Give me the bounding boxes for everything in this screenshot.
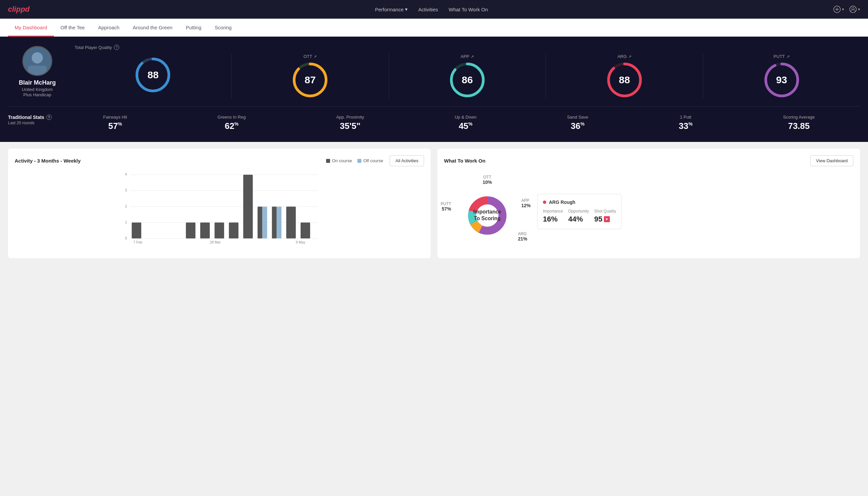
circle-ott: 87 (292, 62, 328, 98)
stat-fairways-hit: Fairways Hit 57% (103, 114, 127, 131)
chart-legend-and-btn: On course Off course All Activities (326, 155, 424, 166)
score-ott-label: OTT ↗ (303, 54, 317, 59)
metric-importance: Importance 16% (543, 209, 563, 223)
info-dot (543, 201, 546, 204)
stat-updown-label: Up & Down (455, 114, 477, 120)
nav-links: Performance ▾ Activities What To Work On (375, 6, 488, 12)
player-country: United Kingdom (22, 87, 53, 92)
stat-scoring-average: Scoring Average 73.85 (783, 114, 815, 131)
nav-what-to-work-on[interactable]: What To Work On (449, 7, 488, 12)
score-app-value: 86 (462, 74, 473, 86)
add-button[interactable]: ▾ (833, 6, 844, 13)
user-chevron-icon: ▾ (858, 7, 860, 12)
donut-section: OTT 10% APP 12% ARG 21% PUTT 57% (444, 172, 853, 251)
score-putt-value: 93 (776, 74, 787, 86)
down-arrow-icon: ▼ (604, 216, 610, 222)
stat-sand-save: Sand Save 36% (567, 114, 588, 131)
top-navigation: clippd Performance ▾ Activities What To … (0, 0, 868, 19)
wtwo-card-title: What To Work On (444, 158, 485, 164)
svg-rect-31 (215, 222, 224, 238)
svg-rect-35 (263, 206, 267, 238)
tab-off-the-tee[interactable]: Off the Tee (54, 19, 92, 37)
stat-oneputt-value: 33% (679, 121, 693, 131)
player-handicap: Plus Handicap (23, 92, 51, 97)
stat-sandsave-label: Sand Save (567, 114, 588, 120)
score-circles: 88 OTT ↗ 87 (75, 54, 860, 98)
stat-updown-value: 45% (455, 121, 477, 131)
svg-rect-32 (229, 222, 238, 238)
metric-opportunity: Opportunity 44% (568, 209, 589, 223)
tab-my-dashboard[interactable]: My Dashboard (8, 19, 54, 37)
stat-proximity-label: App. Proximity (336, 114, 364, 120)
trad-stats-items: Fairways Hit 57% Greens In Reg 62% App. … (58, 114, 860, 131)
svg-rect-37 (277, 206, 282, 238)
svg-text:Importance: Importance (473, 209, 501, 215)
metric-importance-value: 16% (543, 215, 563, 223)
stat-fairways-hit-label: Fairways Hit (103, 114, 127, 120)
activity-chart-card: Activity - 3 Months - Weekly On course O… (8, 149, 431, 258)
stat-scoringavg-value: 73.85 (783, 121, 815, 131)
info-card: ARG Rough Importance 16% Opportunity 44%… (537, 194, 621, 229)
activity-card-header: Activity - 3 Months - Weekly On course O… (15, 155, 424, 166)
svg-rect-29 (186, 222, 195, 238)
avatar (22, 46, 52, 76)
circle-putt: 93 (763, 62, 800, 98)
stat-proximity-value: 35'5" (336, 121, 364, 131)
tab-bar: My Dashboard Off the Tee Approach Around… (0, 19, 868, 37)
app-logo: clippd (8, 5, 30, 14)
circle-overall: 88 (135, 57, 171, 93)
bottom-cards: Activity - 3 Months - Weekly On course O… (0, 142, 868, 265)
svg-rect-30 (200, 222, 210, 238)
svg-text:To Scoring: To Scoring (474, 216, 501, 221)
trad-stats-help-icon[interactable]: ? (46, 114, 52, 120)
chart-legend: On course Off course (326, 158, 383, 163)
svg-text:3: 3 (125, 188, 127, 192)
nav-right: ▾ ▾ (833, 6, 860, 13)
user-menu-button[interactable]: ▾ (849, 6, 860, 13)
svg-rect-39 (300, 222, 310, 238)
score-arg: ARG ↗ 88 (546, 54, 703, 98)
svg-rect-36 (272, 206, 277, 238)
view-dashboard-button[interactable]: View Dashboard (810, 155, 853, 166)
stat-up-down: Up & Down 45% (455, 114, 477, 131)
off-course-dot (358, 159, 361, 163)
dashboard-section: Blair McHarg United Kingdom Plus Handica… (0, 37, 868, 142)
svg-text:2: 2 (125, 204, 127, 208)
stat-greens-value: 62% (218, 121, 246, 131)
bar-chart-area: 4 3 2 1 0 (15, 172, 424, 245)
help-icon[interactable]: ? (114, 45, 119, 50)
svg-text:28 Mar: 28 Mar (210, 240, 221, 244)
score-app: APP ↗ 86 (389, 54, 546, 98)
metric-opportunity-value: 44% (568, 215, 589, 223)
score-overall: 88 (75, 54, 232, 98)
app-trend-icon: ↗ (471, 54, 474, 59)
svg-rect-34 (257, 206, 262, 238)
svg-text:1: 1 (125, 220, 127, 224)
tab-putting[interactable]: Putting (179, 19, 208, 37)
tab-approach[interactable]: Approach (91, 19, 126, 37)
svg-rect-38 (286, 206, 296, 238)
nav-performance[interactable]: Performance ▾ (375, 6, 408, 12)
on-course-dot (326, 159, 330, 163)
stat-greens-in-reg: Greens In Reg 62% (218, 114, 246, 131)
score-arg-label: ARG ↗ (617, 54, 632, 59)
donut-svg: Importance To Scoring (444, 172, 531, 251)
activity-card-title: Activity - 3 Months - Weekly (15, 158, 81, 164)
score-arg-value: 88 (619, 74, 630, 86)
donut-chart-container: OTT 10% APP 12% ARG 21% PUTT 57% (444, 172, 531, 251)
trad-stats-title: Traditional Stats ? (8, 114, 58, 120)
svg-rect-28 (131, 222, 141, 238)
svg-text:0: 0 (125, 236, 127, 240)
tab-around-the-green[interactable]: Around the Green (126, 19, 179, 37)
traditional-stats-row: Traditional Stats ? Last 20 rounds Fairw… (8, 114, 860, 131)
metric-shot-quality-value: 95 ▼ (594, 215, 616, 223)
info-card-title: ARG Rough (543, 200, 616, 205)
circle-app: 86 (449, 62, 486, 98)
tab-scoring[interactable]: Scoring (208, 19, 238, 37)
nav-activities[interactable]: Activities (419, 7, 438, 12)
info-metrics: Importance 16% Opportunity 44% Shot Qual… (543, 209, 616, 223)
trad-stats-subtitle: Last 20 rounds (8, 121, 58, 125)
score-putt-label: PUTT ↗ (774, 54, 790, 59)
score-ott-value: 87 (305, 74, 316, 86)
all-activities-button[interactable]: All Activities (390, 155, 424, 166)
